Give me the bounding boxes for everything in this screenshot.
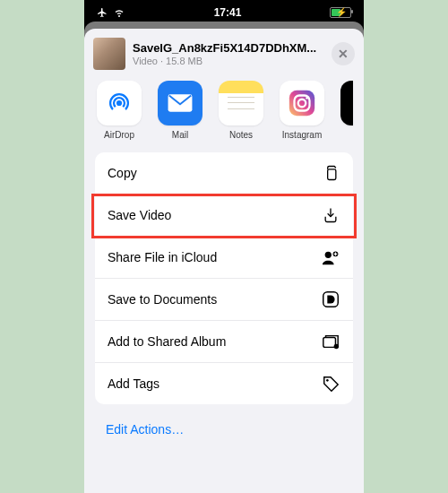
action-add-tags[interactable]: Add Tags <box>95 362 353 404</box>
svg-point-7 <box>325 252 332 258</box>
instagram-icon <box>280 81 324 125</box>
share-sheet: SaveIG_An8kzFi5X14D7DDhXM... Video · 15.… <box>84 29 364 493</box>
action-save-documents[interactable]: Save to Documents <box>95 278 353 320</box>
wifi-icon <box>113 7 125 18</box>
sheet-header: SaveIG_An8kzFi5X14D7DDhXM... Video · 15.… <box>84 29 364 81</box>
edit-actions-link[interactable]: Edit Actions… <box>84 413 364 449</box>
airdrop-icon <box>97 81 142 125</box>
svg-point-11 <box>334 344 339 349</box>
share-target-instagram[interactable]: Instagram <box>280 81 324 140</box>
partial-icon <box>340 81 353 125</box>
mail-icon <box>158 81 202 125</box>
download-icon <box>321 205 340 225</box>
phone-frame: 17:41 ⚡ SaveIG_An8kzFi5X14D7DDhXM... Vid… <box>84 0 364 493</box>
share-target-row[interactable]: AirDrop Mail Notes <box>84 81 364 152</box>
file-name: SaveIG_An8kzFi5X14D7DDhXM... <box>133 41 324 55</box>
action-list: Copy Save Video Share File in iCloud <box>95 152 353 404</box>
share-target-notes[interactable]: Notes <box>219 81 263 140</box>
svg-rect-6 <box>328 169 336 180</box>
svg-point-5 <box>306 97 308 99</box>
share-target-airdrop[interactable]: AirDrop <box>97 81 142 140</box>
notes-icon <box>219 81 263 125</box>
clock: 17:41 <box>214 6 242 19</box>
svg-rect-10 <box>323 337 336 347</box>
share-target-more[interactable] <box>340 81 353 140</box>
status-bar: 17:41 ⚡ <box>84 0 364 22</box>
close-button[interactable]: ✕ <box>332 42 355 65</box>
album-icon <box>321 332 340 351</box>
tag-icon <box>321 374 340 394</box>
share-target-mail[interactable]: Mail <box>158 81 202 140</box>
svg-point-12 <box>326 379 329 382</box>
person-cloud-icon <box>321 247 340 267</box>
action-copy[interactable]: Copy <box>95 152 353 194</box>
battery-icon: ⚡ <box>330 7 351 18</box>
close-icon: ✕ <box>338 47 349 61</box>
action-share-icloud[interactable]: Share File in iCloud <box>95 236 353 278</box>
copy-icon <box>321 163 340 183</box>
file-subtitle: Video · 15.8 MB <box>133 56 324 66</box>
svg-rect-2 <box>289 91 314 116</box>
svg-point-0 <box>116 100 122 106</box>
file-thumbnail <box>93 38 125 70</box>
action-save-video[interactable]: Save Video <box>95 194 353 236</box>
airplane-icon <box>97 7 108 18</box>
action-shared-album[interactable]: Add to Shared Album <box>95 320 353 362</box>
doc-app-icon <box>321 290 340 309</box>
